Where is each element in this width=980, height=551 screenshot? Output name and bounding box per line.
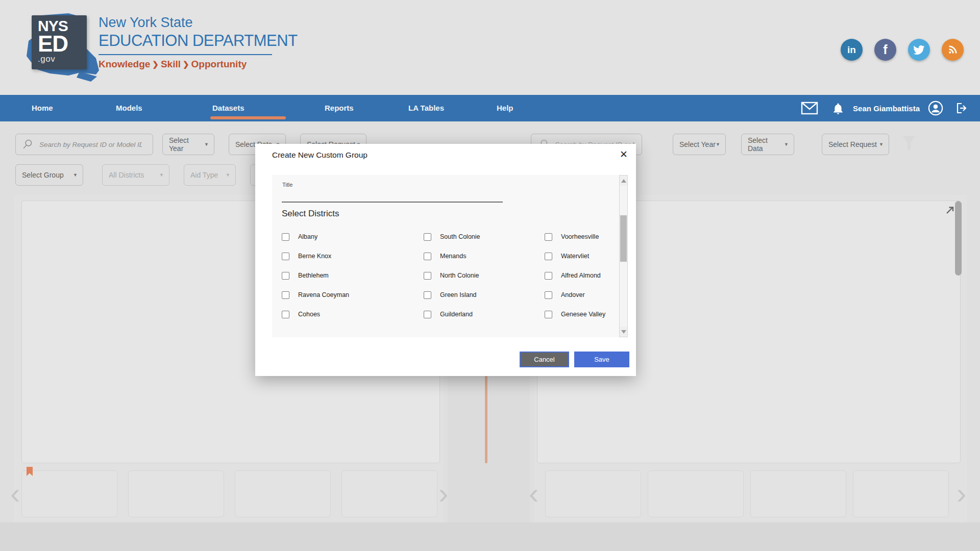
chevron-down-icon: ▼ [716,142,720,147]
tagline-chevron-icon: ❯ [150,60,161,68]
save-button[interactable]: Save [574,352,629,367]
district-column-2: South Colonie Menands North Colonie Gree… [424,233,480,318]
district-label: Menands [440,253,466,260]
district-checkbox-andover[interactable] [545,291,552,299]
rss-icon[interactable] [942,39,964,61]
district-checkbox-bethlehem[interactable] [282,272,289,280]
title-input[interactable] [282,186,503,203]
district-label: Green Island [440,291,477,298]
carousel-card[interactable] [545,470,641,517]
district-column-1: Albany Berne Knox Bethlehem Ravena Coeym… [282,233,349,318]
main-nav: Home Models Datasets Reports LA Tables H… [0,95,980,121]
carousel-card[interactable] [21,470,117,517]
district-checkbox-watervliet[interactable] [545,253,552,260]
active-tab-underline [210,116,286,119]
carousel-card[interactable] [341,470,437,517]
right-select-request-dropdown[interactable]: Select Request▼ [822,134,889,155]
carousel-card[interactable] [235,470,331,517]
right-select-year-dropdown[interactable]: Select Year▼ [673,134,726,155]
carousel-card[interactable] [853,470,949,517]
user-name[interactable]: Sean Giambattista [853,104,920,113]
all-districts-dropdown[interactable]: All Districts▼ [102,164,169,186]
rss-glyph-icon [947,44,958,55]
close-icon[interactable]: ✕ [620,148,628,161]
chevron-down-icon: ▼ [159,172,164,178]
left-search-input[interactable] [38,140,143,149]
district-label: Andover [561,291,585,298]
salmon-divider-line [485,376,487,463]
district-item: Andover [545,291,605,299]
right-select-data-dropdown[interactable]: Select Data▼ [741,134,794,155]
district-checkbox-guilderland[interactable] [424,311,431,318]
district-checkbox-genesee-valley[interactable] [545,311,552,318]
nysed-logo: NYS ED .gov [19,6,101,87]
district-checkbox-menands[interactable] [424,253,431,260]
district-checkbox-voorheesville[interactable] [545,233,552,241]
chevron-down-icon: ▼ [226,172,230,178]
district-checkbox-ravena-coeyman[interactable] [282,291,289,299]
page-scrollbar-thumb[interactable] [955,201,962,276]
chevron-down-icon: ▼ [73,172,78,178]
carousel-card[interactable] [648,470,744,517]
left-carousel [21,470,437,517]
scrollbar-up-button[interactable] [620,176,627,186]
scrollbar-down-button[interactable] [620,327,627,337]
expand-icon[interactable] [945,205,955,215]
chevron-down-icon: ▼ [204,142,209,147]
district-checkbox-alfred-almond[interactable] [545,272,552,280]
district-label: Albany [298,233,317,240]
site-header: NYS ED .gov New York State EDUCATION DEP… [0,0,980,95]
select-group-dropdown[interactable]: Select Group▼ [15,164,83,186]
twitter-bird-icon [913,44,925,56]
right-carousel [545,470,949,517]
brand-line1: New York State [99,14,298,31]
district-label: Cohoes [298,311,320,318]
bottom-strip [0,522,980,551]
nav-item-la-tables[interactable]: LA Tables [408,95,444,121]
nav-item-help[interactable]: Help [497,95,513,121]
left-search-box[interactable] [15,134,153,155]
twitter-icon[interactable] [908,39,930,61]
district-checkbox-south-colonie[interactable] [424,233,431,241]
sign-out-icon[interactable] [955,102,968,114]
carousel-card[interactable] [128,470,224,517]
nysed-logo-square: NYS ED .gov [32,15,87,69]
left-carousel-next-icon[interactable]: › [438,479,448,508]
nav-right-cluster: Sean Giambattista [801,95,968,121]
app-screen: NYS ED .gov New York State EDUCATION DEP… [0,0,980,551]
facebook-icon[interactable]: f [874,39,896,61]
tagline-knowledge: Knowledge [99,59,150,69]
notifications-bell-icon[interactable] [832,102,844,115]
nav-item-reports[interactable]: Reports [325,95,354,121]
district-item: Voorheesville [545,233,605,241]
cancel-button[interactable]: Cancel [520,352,569,367]
triangle-down-icon [621,330,626,334]
district-checkbox-cohoes[interactable] [282,311,289,318]
linkedin-icon[interactable]: in [841,39,863,61]
search-icon [22,139,33,150]
district-checkbox-north-colonie[interactable] [424,272,431,280]
district-checkbox-albany[interactable] [282,233,289,241]
district-item: Bethlehem [282,271,349,280]
right-carousel-next-icon[interactable]: › [957,479,966,508]
district-item: Cohoes [282,310,349,318]
district-item: Genesee Valley [545,310,605,318]
carousel-card[interactable] [750,470,846,517]
filter-funnel-icon[interactable] [902,136,916,151]
modal-scrollbar-thumb[interactable] [620,215,627,262]
nav-item-home[interactable]: Home [32,95,53,121]
district-item: Menands [424,252,480,260]
district-item: Guilderland [424,310,480,318]
nav-item-models[interactable]: Models [116,95,142,121]
right-carousel-prev-icon[interactable]: ‹ [529,479,538,508]
tagline-opportunity: Opportunity [191,59,247,69]
account-avatar-icon[interactable] [928,101,943,116]
triangle-up-icon [621,179,626,183]
left-select-year-dropdown[interactable]: Select Year▼ [162,134,214,155]
mail-icon[interactable] [801,102,818,115]
district-checkbox-berne-knox[interactable] [282,253,289,260]
brand-line2: EDUCATION DEPARTMENT [99,31,298,51]
district-checkbox-green-island[interactable] [424,291,431,299]
aid-type-dropdown[interactable]: Aid Type▼ [184,164,236,186]
left-carousel-prev-icon[interactable]: ‹ [10,479,20,508]
